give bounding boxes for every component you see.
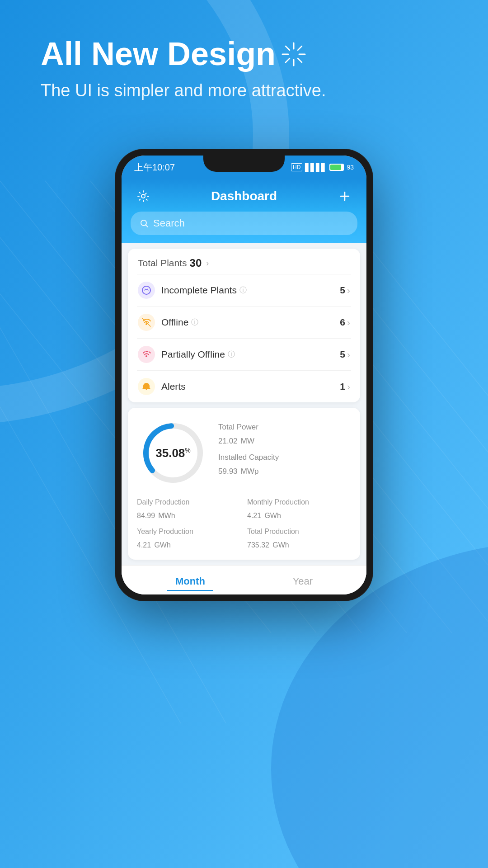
incomplete-label: Incomplete Plants ⓘ (161, 285, 333, 296)
spark-icon (280, 41, 307, 68)
header-subtitle: The UI is simpler and more attractive. (41, 81, 326, 100)
monthly-production: Monthly Production 4.21 GWh (247, 498, 351, 521)
svg-point-33 (145, 355, 147, 357)
status-card: Total Plants 30 › (128, 249, 360, 402)
status-row-incomplete[interactable]: Incomplete Plants ⓘ 5 › (128, 274, 360, 306)
signal-icon: ▋▋▋▋ (305, 163, 327, 172)
total-plants-chevron: › (206, 259, 209, 268)
total-plants-row[interactable]: Total Plants 30 › (128, 249, 360, 274)
header-section: All New Design The UI is simpler and mor… (41, 36, 326, 100)
svg-point-29 (145, 289, 145, 290)
svg-point-31 (145, 323, 147, 325)
status-row-offline[interactable]: Offline ⓘ 6 › (128, 307, 360, 338)
tab-year[interactable]: Year (285, 573, 321, 591)
donut-center: 35.08% (155, 446, 191, 460)
tab-month[interactable]: Month (167, 573, 213, 591)
incomplete-icon-wrap (138, 282, 155, 299)
app-bar-title: Dashboard (211, 189, 277, 203)
status-bar: 上午10:07 HD ▋▋▋▋ 93 (122, 156, 366, 179)
incomplete-help-icon: ⓘ (239, 286, 247, 295)
total-power-label: Total Power (218, 423, 351, 432)
offline-icon-wrap (138, 314, 155, 331)
content-area: Total Plants 30 › (122, 249, 366, 594)
svg-line-19 (286, 46, 290, 50)
daily-production: Daily Production 84.99 MWh (137, 498, 241, 521)
total-plants-label: Total Plants (138, 258, 187, 269)
alerts-icon-wrap (138, 378, 155, 395)
phone-frame: 上午10:07 HD ▋▋▋▋ 93 Da (115, 149, 373, 601)
donut-chart: 35.08% (137, 417, 209, 489)
alerts-count: 1 › (340, 381, 350, 392)
app-bar: Dashboard (122, 179, 366, 212)
power-card-inner: 35.08% Total Power 21.02 MW Installed Ca… (137, 417, 351, 489)
alerts-label: Alerts (161, 381, 333, 392)
power-card: 35.08% Total Power 21.02 MW Installed Ca… (128, 408, 360, 560)
header-title-text: All New Design (41, 36, 276, 72)
partial-help-icon: ⓘ (228, 350, 235, 359)
incomplete-count: 5 › (340, 285, 350, 296)
total-power-value: 21.02 MW (218, 433, 351, 447)
battery-fill (330, 165, 341, 170)
settings-button[interactable] (134, 187, 152, 205)
total-production: Total Production 735.32 GWh (247, 528, 351, 551)
svg-point-30 (147, 289, 148, 290)
notch (203, 156, 285, 172)
offline-help-icon: ⓘ (191, 318, 198, 327)
partial-count: 5 › (340, 349, 350, 360)
installed-capacity-label: Installed Capacity (218, 453, 351, 462)
status-row-alerts[interactable]: Alerts 1 › (128, 371, 360, 402)
status-time: 上午10:07 (134, 161, 175, 174)
offline-count: 6 › (340, 317, 350, 328)
svg-rect-34 (146, 389, 147, 390)
svg-point-23 (141, 194, 145, 198)
add-button[interactable] (336, 187, 354, 205)
search-placeholder: Search (153, 217, 185, 229)
search-icon (140, 219, 149, 228)
svg-point-28 (142, 286, 150, 294)
bottom-tab-area: Month Year (122, 565, 366, 594)
header-title: All New Design (41, 36, 326, 72)
battery-icon (329, 164, 344, 171)
search-bar[interactable]: Search (131, 212, 357, 235)
status-icons: HD ▋▋▋▋ 93 (291, 163, 354, 172)
installed-capacity-value: 59.93 MWp (218, 463, 351, 477)
production-grid: Daily Production 84.99 MWh Monthly Produ… (137, 498, 351, 551)
partial-label: Partially Offline ⓘ (161, 349, 333, 360)
hd-icon: HD (291, 163, 302, 171)
svg-line-22 (286, 58, 290, 62)
yearly-production: Yearly Production 4.21 GWh (137, 528, 241, 551)
donut-percent: 35.08% (155, 446, 191, 460)
total-plants-count: 30 (190, 257, 202, 269)
power-stats: Total Power 21.02 MW Installed Capacity … (218, 423, 351, 483)
search-bar-wrapper: Search (122, 212, 366, 243)
svg-line-21 (298, 46, 302, 50)
partial-icon-wrap (138, 346, 155, 363)
svg-line-27 (146, 225, 148, 227)
battery-percent: 93 (347, 164, 354, 171)
phone-screen: 上午10:07 HD ▋▋▋▋ 93 Da (122, 156, 366, 594)
phone-mockup: 上午10:07 HD ▋▋▋▋ 93 Da (115, 149, 373, 601)
status-row-partial[interactable]: Partially Offline ⓘ 5 › (128, 339, 360, 370)
offline-label: Offline ⓘ (161, 317, 333, 328)
svg-line-20 (298, 58, 302, 62)
